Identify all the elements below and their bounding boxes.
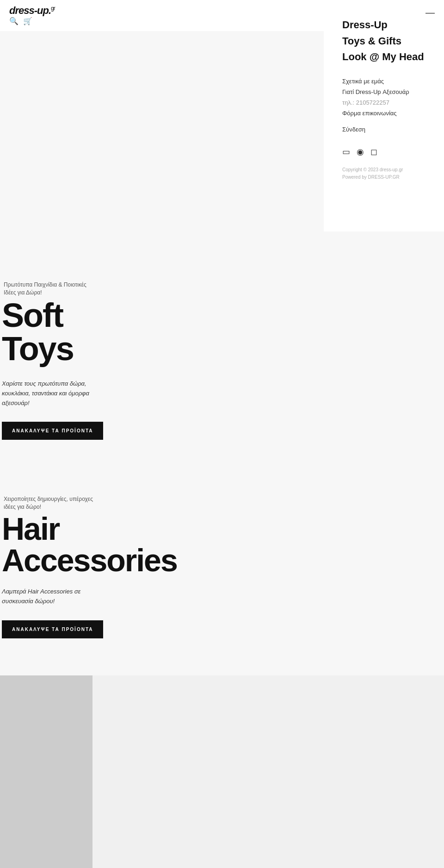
soft-toys-eyebrow: Πρωτότυπα Παιχνίδια & Ποιοτικές Ιδέες γι… <box>2 281 444 297</box>
soft-toys-title-line2: Toys <box>2 332 444 365</box>
menu-item-look-my-head[interactable]: Look @ My Head <box>342 50 430 64</box>
logo-area: dress-up.gr 🔍 🛒 <box>9 6 55 25</box>
menu-copyright: Copyright © 2023 dress-up.gr Powered by … <box>342 166 430 181</box>
pinterest-icon[interactable]: ◉ <box>357 147 364 157</box>
overlay-menu-socials: ▭ ◉ ◻ <box>342 147 430 157</box>
menu-phone[interactable]: τηλ.: 2105722257 <box>342 99 430 106</box>
menu-item-dress-up[interactable]: Dress-Up <box>342 19 430 32</box>
menu-contact-form[interactable]: Φόρμα επικοινωνίας <box>342 110 430 117</box>
menu-item-toys-gifts[interactable]: Toys & Gifts <box>342 35 430 48</box>
search-icon[interactable]: 🔍 <box>9 17 18 25</box>
facebook-icon[interactable]: ▭ <box>342 147 350 157</box>
menu-why-dress-up[interactable]: Γιατί Dress-Up Αξεσουάρ <box>342 88 430 95</box>
bottom-gray-section <box>0 675 444 868</box>
hair-eyebrow-line2: ιδέες για δώρο! <box>4 504 41 510</box>
overlay-menu: — Dress-Up Toys & Gifts Look @ My Head Σ… <box>324 0 444 231</box>
hair-eyebrow: Χειροποίητες δημιουργίες, υπέροχες ιδέες… <box>2 495 444 511</box>
logo-suffix: gr <box>51 5 55 12</box>
menu-about[interactable]: Σχετικά με εμάς <box>342 78 430 85</box>
copyright-line1: Copyright © 2023 dress-up.gr <box>342 166 430 174</box>
soft-toys-description: Χαρίστε τους πρωτότυπα δώρα, κουκλάκια, … <box>2 379 94 408</box>
copyright-line2: Powered by DRESS-UP.GR <box>342 174 430 181</box>
soft-toys-eyebrow-line1: Πρωτότυπα Παιχνίδια & Ποιοτικές <box>4 281 86 288</box>
hair-discover-button[interactable]: ΑΝΑΚΑΛΥΨΕ ΤΑ ΠΡΟΪΟΝΤΑ <box>2 620 103 638</box>
hair-title: Hair Accessories <box>2 513 444 576</box>
menu-close-button[interactable]: — <box>426 7 435 18</box>
logo[interactable]: dress-up.gr <box>9 6 55 16</box>
hair-title-line2: Accessories <box>2 544 444 576</box>
bottom-image-left <box>0 675 92 868</box>
menu-login[interactable]: Σύνδεση <box>342 126 430 133</box>
hair-eyebrow-line1: Χειροποίητες δημιουργίες, υπέροχες <box>4 496 93 502</box>
soft-toys-title-line1: Soft <box>2 299 444 332</box>
cart-icon[interactable]: 🛒 <box>23 17 32 25</box>
hair-title-line1: Hair <box>2 513 444 544</box>
soft-toys-title: Soft Toys <box>2 299 444 365</box>
instagram-icon[interactable]: ◻ <box>370 147 377 157</box>
section-soft-toys: Πρωτότυπα Παιχνίδια & Ποιοτικές Ιδέες γι… <box>0 253 444 477</box>
overlay-menu-secondary: Σχετικά με εμάς Γιατί Dress-Up Αξεσουάρ … <box>342 78 430 117</box>
hair-description: Λαμπερά Hair Accessories σε συσκευασία δ… <box>2 587 94 606</box>
section-hair-accessories: Χειροποίητες δημιουργίες, υπέροχες ιδέες… <box>0 477 444 675</box>
bottom-image-right <box>92 675 444 868</box>
soft-toys-eyebrow-line2: Ιδέες για Δώρα! <box>4 289 42 296</box>
soft-toys-discover-button[interactable]: ΑΝΑΚΑΛΥΨΕ ΤΑ ΠΡΟΪΟΝΤΑ <box>2 422 103 440</box>
overlay-menu-main: Dress-Up Toys & Gifts Look @ My Head <box>342 19 430 64</box>
